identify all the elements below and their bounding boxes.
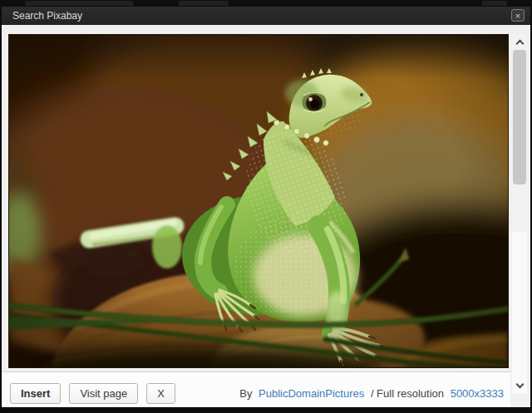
attribution-resolution-label: / Full resolution	[371, 387, 444, 400]
dialog-titlebar: Search Pixabay ×	[2, 7, 530, 25]
search-pixabay-dialog: Search Pixabay ×	[2, 7, 530, 407]
dialog-content: Insert Visit page X By PublicDomainPictu…	[2, 25, 530, 407]
scroll-down-button[interactable]	[512, 379, 527, 392]
chevron-up-icon	[515, 39, 524, 47]
remove-x-button[interactable]: X	[146, 383, 175, 404]
background-page-remnant	[25, 1, 133, 6]
close-icon[interactable]: ×	[511, 9, 525, 22]
chevron-down-icon	[515, 380, 524, 388]
page: { "window": { "title": "Search Pixabay",…	[0, 0, 532, 413]
scrollbar[interactable]	[512, 33, 527, 394]
attribution-by-label: By	[239, 387, 252, 400]
attribution: By PublicDomainPictures / Full resolutio…	[239, 387, 504, 400]
scroll-up-button[interactable]	[512, 35, 527, 48]
lizard-photo-svg	[9, 35, 508, 367]
resolution-link[interactable]: 5000x3333	[451, 387, 504, 400]
dialog-footer: Insert Visit page X By PublicDomainPictu…	[2, 371, 510, 407]
insert-button[interactable]: Insert	[10, 383, 61, 404]
vignette	[9, 35, 508, 367]
image-preview	[8, 34, 509, 368]
author-link[interactable]: PublicDomainPictures	[259, 387, 364, 400]
dialog-title: Search Pixabay	[12, 7, 82, 25]
scrollbar-thumb[interactable]	[513, 50, 526, 184]
background-page-remnant	[179, 1, 229, 6]
visit-page-button[interactable]: Visit page	[69, 383, 138, 404]
background-page-remnant	[482, 1, 507, 6]
